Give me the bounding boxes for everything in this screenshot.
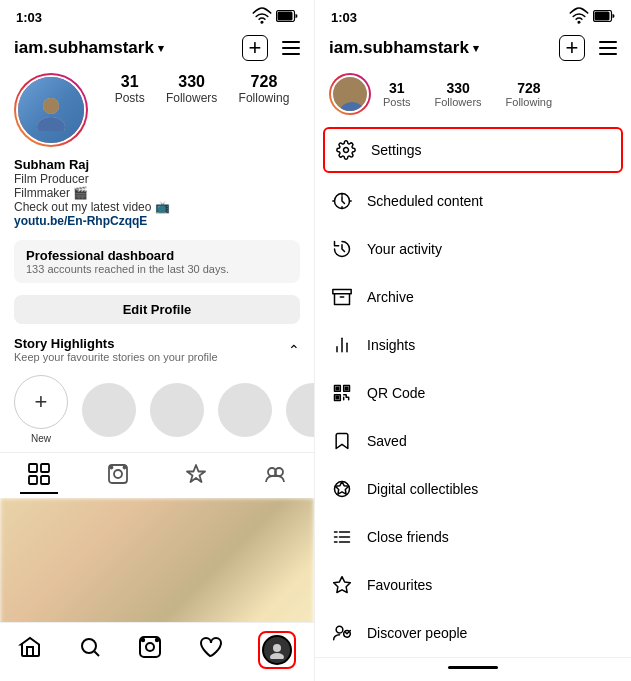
add-post-icon-right[interactable]: +	[559, 35, 585, 61]
settings-label: Settings	[371, 142, 422, 158]
svg-point-17	[82, 639, 96, 653]
highlights-collapse-icon[interactable]: ⌃	[288, 342, 300, 358]
highlight-1[interactable]	[82, 383, 136, 437]
story-highlights-section: Story Highlights Keep your favourite sto…	[0, 330, 314, 367]
edit-profile-button[interactable]: Edit Profile	[14, 295, 300, 324]
stats-row: 31 Posts 330 Followers 728 Following	[104, 73, 300, 105]
tab-collab[interactable]	[256, 461, 294, 494]
following-number: 728	[251, 73, 278, 91]
story-highlights-subtitle: Keep your favourite stories on your prof…	[14, 351, 218, 363]
tab-tagged[interactable]	[177, 461, 215, 494]
profile-title: Film Producer	[14, 172, 300, 186]
svg-point-19	[146, 643, 154, 651]
digital-collectibles-label: Digital collectibles	[367, 481, 478, 497]
your-activity-label: Your activity	[367, 241, 442, 257]
svg-rect-35	[345, 387, 348, 390]
hamburger-line-r2	[599, 47, 617, 49]
avatar-inner	[16, 75, 86, 145]
status-bar-left: 1:03	[0, 0, 314, 33]
highlight-circle-4	[286, 383, 315, 437]
menu-item-scheduled-content[interactable]: Scheduled content	[315, 177, 631, 225]
svg-point-37	[335, 482, 350, 497]
menu-item-insights[interactable]: Insights	[315, 321, 631, 369]
menu-icon-left[interactable]	[282, 41, 300, 55]
following-stat[interactable]: 728 Following	[239, 73, 290, 105]
menu-item-saved[interactable]: Saved	[315, 417, 631, 465]
nav-home-icon[interactable]	[18, 635, 42, 665]
professional-dashboard-title: Professional dashboard	[26, 248, 288, 263]
discover-people-icon	[331, 622, 353, 644]
highlight-circle-2	[150, 383, 204, 437]
followers-label: Followers	[166, 91, 217, 105]
your-activity-icon	[331, 238, 353, 260]
professional-dashboard[interactable]: Professional dashboard 133 accounts reac…	[14, 240, 300, 283]
menu-item-favourites[interactable]: Favourites	[315, 561, 631, 609]
qr-code-icon	[331, 382, 353, 404]
svg-rect-10	[41, 476, 49, 484]
menu-list: Settings Scheduled content Your activity…	[315, 123, 631, 657]
grid-image	[0, 498, 314, 622]
grid-preview	[0, 498, 314, 622]
story-highlights-title: Story Highlights	[14, 336, 218, 351]
highlight-4[interactable]	[286, 383, 315, 437]
menu-item-close-friends[interactable]: Close friends	[315, 513, 631, 561]
favourites-label: Favourites	[367, 577, 432, 593]
scheduled-content-label: Scheduled content	[367, 193, 483, 209]
bottom-nav-right	[315, 657, 631, 681]
menu-item-discover-people[interactable]: Discover people	[315, 609, 631, 657]
menu-item-archive[interactable]: Archive	[315, 273, 631, 321]
scheduled-content-icon	[331, 190, 353, 212]
highlights-row: + New	[0, 367, 314, 452]
username-right[interactable]: iam.subhamstark ▾	[329, 38, 479, 58]
menu-item-digital-collectibles[interactable]: Digital collectibles	[315, 465, 631, 513]
highlight-3[interactable]	[218, 383, 272, 437]
time-right: 1:03	[331, 10, 357, 25]
tab-grid[interactable]	[20, 461, 58, 494]
nav-profile-box[interactable]	[258, 631, 296, 669]
time-left: 1:03	[16, 10, 42, 25]
menu-item-qr-code[interactable]: QR Code	[315, 369, 631, 417]
saved-icon	[331, 430, 353, 452]
svg-rect-34	[336, 387, 339, 390]
svg-point-24	[578, 21, 580, 23]
header-left: iam.subhamstark ▾ +	[0, 33, 314, 69]
tab-reels[interactable]	[99, 461, 137, 494]
highlight-new[interactable]: + New	[14, 375, 68, 444]
svg-point-5	[43, 98, 59, 114]
svg-rect-2	[278, 12, 293, 21]
svg-rect-36	[336, 396, 339, 399]
hamburger-line-2	[282, 47, 300, 49]
qr-code-label: QR Code	[367, 385, 425, 401]
menu-item-your-activity[interactable]: Your activity	[315, 225, 631, 273]
following-label: Following	[239, 91, 290, 105]
avatar-container[interactable]	[14, 73, 88, 147]
hamburger-line-r1	[599, 41, 617, 43]
svg-point-27	[345, 85, 359, 99]
nav-search-icon[interactable]	[78, 635, 102, 665]
digital-collectibles-icon	[331, 478, 353, 500]
battery-icon	[276, 10, 298, 25]
menu-item-settings[interactable]: Settings	[323, 127, 623, 173]
header-icons-right: +	[559, 35, 617, 61]
highlight-2[interactable]	[150, 383, 204, 437]
profile-name: Subham Raj	[14, 157, 300, 172]
nav-heart-icon[interactable]	[198, 635, 222, 665]
svg-rect-8	[41, 464, 49, 472]
username-left[interactable]: iam.subhamstark ▾	[14, 38, 164, 58]
nav-reels-icon[interactable]	[138, 635, 162, 665]
username-text-left: iam.subhamstark	[14, 38, 154, 58]
highlight-circle-1	[82, 383, 136, 437]
svg-point-21	[156, 639, 158, 641]
svg-rect-26	[595, 12, 610, 21]
svg-point-28	[340, 102, 364, 113]
svg-point-14	[123, 467, 125, 469]
add-post-icon[interactable]: +	[242, 35, 268, 61]
profile-link[interactable]: youtu.be/En-RhpCzqqE	[14, 214, 300, 228]
posts-stat[interactable]: 31 Posts	[115, 73, 145, 105]
followers-stat[interactable]: 330 Followers	[166, 73, 217, 105]
chevron-icon-left: ▾	[158, 42, 164, 55]
svg-point-20	[142, 639, 144, 641]
favourites-icon	[331, 574, 353, 596]
menu-icon-right[interactable]	[599, 41, 617, 55]
header-right: iam.subhamstark ▾ +	[315, 33, 631, 69]
